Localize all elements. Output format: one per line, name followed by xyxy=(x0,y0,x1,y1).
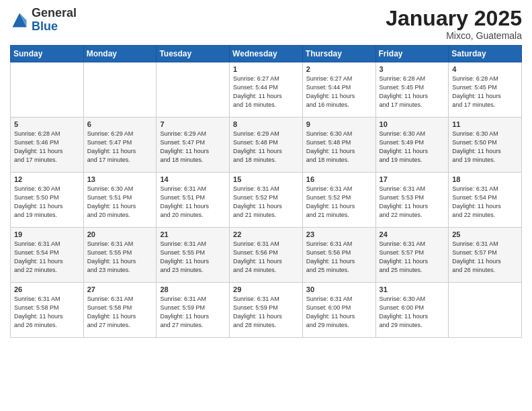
calendar-cell: 14Sunrise: 6:31 AM Sunset: 5:51 PM Dayli… xyxy=(157,173,230,228)
day-number: 23 xyxy=(306,230,372,238)
day-number: 14 xyxy=(160,175,226,183)
calendar-cell xyxy=(11,62,84,118)
day-number: 28 xyxy=(160,285,226,293)
calendar-cell: 13Sunrise: 6:30 AM Sunset: 5:51 PM Dayli… xyxy=(83,173,157,228)
calendar-week-row: 19Sunrise: 6:31 AM Sunset: 5:54 PM Dayli… xyxy=(11,228,522,283)
day-info: Sunrise: 6:31 AM Sunset: 5:58 PM Dayligh… xyxy=(14,295,80,330)
calendar-cell: 28Sunrise: 6:31 AM Sunset: 5:59 PM Dayli… xyxy=(157,283,230,338)
calendar-cell: 30Sunrise: 6:31 AM Sunset: 6:00 PM Dayli… xyxy=(302,283,375,338)
calendar-week-row: 1Sunrise: 6:27 AM Sunset: 5:44 PM Daylig… xyxy=(11,62,522,118)
day-info: Sunrise: 6:28 AM Sunset: 5:45 PM Dayligh… xyxy=(380,75,445,109)
day-info: Sunrise: 6:30 AM Sunset: 5:50 PM Dayligh… xyxy=(14,185,80,220)
calendar-cell: 27Sunrise: 6:31 AM Sunset: 5:58 PM Dayli… xyxy=(83,283,157,338)
day-number: 17 xyxy=(380,175,445,183)
day-info: Sunrise: 6:31 AM Sunset: 5:58 PM Dayligh… xyxy=(87,295,153,330)
calendar-cell: 18Sunrise: 6:31 AM Sunset: 5:54 PM Dayli… xyxy=(449,173,522,228)
calendar-cell: 20Sunrise: 6:31 AM Sunset: 5:55 PM Dayli… xyxy=(83,228,157,283)
day-info: Sunrise: 6:29 AM Sunset: 5:47 PM Dayligh… xyxy=(87,130,153,165)
location: Mixco, Guatemala xyxy=(386,30,522,41)
weekday-header: Monday xyxy=(83,46,157,62)
day-info: Sunrise: 6:28 AM Sunset: 5:46 PM Dayligh… xyxy=(14,130,80,165)
day-info: Sunrise: 6:31 AM Sunset: 5:57 PM Dayligh… xyxy=(452,240,518,275)
day-number: 16 xyxy=(306,175,372,183)
day-info: Sunrise: 6:31 AM Sunset: 6:00 PM Dayligh… xyxy=(306,295,372,330)
day-info: Sunrise: 6:31 AM Sunset: 5:56 PM Dayligh… xyxy=(306,240,372,275)
calendar-cell: 31Sunrise: 6:30 AM Sunset: 6:00 PM Dayli… xyxy=(375,283,449,338)
day-number: 8 xyxy=(233,120,299,128)
day-number: 7 xyxy=(160,120,226,128)
day-number: 24 xyxy=(380,230,445,238)
calendar-cell: 29Sunrise: 6:31 AM Sunset: 5:59 PM Dayli… xyxy=(230,283,303,338)
weekday-header: Thursday xyxy=(302,46,375,62)
day-number: 10 xyxy=(380,120,445,128)
day-info: Sunrise: 6:30 AM Sunset: 5:51 PM Dayligh… xyxy=(87,185,153,220)
day-number: 21 xyxy=(160,230,226,238)
calendar-cell: 1Sunrise: 6:27 AM Sunset: 5:44 PM Daylig… xyxy=(230,62,303,118)
calendar-week-row: 26Sunrise: 6:31 AM Sunset: 5:58 PM Dayli… xyxy=(11,283,522,338)
calendar-cell xyxy=(83,62,157,118)
day-info: Sunrise: 6:30 AM Sunset: 6:00 PM Dayligh… xyxy=(380,295,445,330)
day-info: Sunrise: 6:31 AM Sunset: 5:51 PM Dayligh… xyxy=(160,185,226,220)
calendar-cell: 6Sunrise: 6:29 AM Sunset: 5:47 PM Daylig… xyxy=(83,118,157,173)
day-info: Sunrise: 6:30 AM Sunset: 5:49 PM Dayligh… xyxy=(380,130,445,165)
day-info: Sunrise: 6:27 AM Sunset: 5:44 PM Dayligh… xyxy=(233,75,299,109)
day-number: 13 xyxy=(87,175,153,183)
calendar-cell: 5Sunrise: 6:28 AM Sunset: 5:46 PM Daylig… xyxy=(11,118,84,173)
day-number: 2 xyxy=(306,65,372,73)
day-number: 15 xyxy=(233,175,299,183)
calendar: SundayMondayTuesdayWednesdayThursdayFrid… xyxy=(10,45,522,338)
day-number: 12 xyxy=(14,175,80,183)
calendar-cell: 16Sunrise: 6:31 AM Sunset: 5:52 PM Dayli… xyxy=(302,173,375,228)
calendar-cell: 19Sunrise: 6:31 AM Sunset: 5:54 PM Dayli… xyxy=(11,228,84,283)
weekday-header: Saturday xyxy=(449,46,522,62)
logo-icon xyxy=(10,11,29,30)
day-number: 3 xyxy=(380,65,445,73)
calendar-cell: 3Sunrise: 6:28 AM Sunset: 5:45 PM Daylig… xyxy=(375,62,449,118)
day-info: Sunrise: 6:30 AM Sunset: 5:48 PM Dayligh… xyxy=(306,130,372,165)
calendar-cell xyxy=(157,62,230,118)
day-info: Sunrise: 6:29 AM Sunset: 5:48 PM Dayligh… xyxy=(233,130,299,165)
calendar-cell: 25Sunrise: 6:31 AM Sunset: 5:57 PM Dayli… xyxy=(449,228,522,283)
day-info: Sunrise: 6:30 AM Sunset: 5:50 PM Dayligh… xyxy=(452,130,518,165)
day-number: 19 xyxy=(14,230,80,238)
day-number: 30 xyxy=(306,285,372,293)
title-block: January 2025 Mixco, Guatemala xyxy=(386,7,522,41)
day-number: 1 xyxy=(233,65,299,73)
day-info: Sunrise: 6:28 AM Sunset: 5:45 PM Dayligh… xyxy=(452,75,518,109)
month-title: January 2025 xyxy=(386,7,522,30)
day-info: Sunrise: 6:31 AM Sunset: 5:52 PM Dayligh… xyxy=(306,185,372,220)
day-info: Sunrise: 6:31 AM Sunset: 5:54 PM Dayligh… xyxy=(452,185,518,220)
day-info: Sunrise: 6:31 AM Sunset: 5:55 PM Dayligh… xyxy=(160,240,226,275)
calendar-cell: 2Sunrise: 6:27 AM Sunset: 5:44 PM Daylig… xyxy=(302,62,375,118)
page: General Blue January 2025 Mixco, Guatema… xyxy=(0,0,532,411)
day-number: 11 xyxy=(452,120,518,128)
calendar-cell: 23Sunrise: 6:31 AM Sunset: 5:56 PM Dayli… xyxy=(302,228,375,283)
day-number: 9 xyxy=(306,120,372,128)
calendar-cell: 7Sunrise: 6:29 AM Sunset: 5:47 PM Daylig… xyxy=(157,118,230,173)
day-info: Sunrise: 6:31 AM Sunset: 5:54 PM Dayligh… xyxy=(14,240,80,275)
calendar-cell: 15Sunrise: 6:31 AM Sunset: 5:52 PM Dayli… xyxy=(230,173,303,228)
logo-text: General Blue xyxy=(32,7,77,34)
day-number: 25 xyxy=(452,230,518,238)
calendar-cell: 10Sunrise: 6:30 AM Sunset: 5:49 PM Dayli… xyxy=(375,118,449,173)
day-info: Sunrise: 6:31 AM Sunset: 5:55 PM Dayligh… xyxy=(87,240,153,275)
weekday-header: Friday xyxy=(375,46,449,62)
calendar-cell: 22Sunrise: 6:31 AM Sunset: 5:56 PM Dayli… xyxy=(230,228,303,283)
day-number: 31 xyxy=(380,285,445,293)
day-number: 22 xyxy=(233,230,299,238)
calendar-cell: 8Sunrise: 6:29 AM Sunset: 5:48 PM Daylig… xyxy=(230,118,303,173)
day-number: 27 xyxy=(87,285,153,293)
day-info: Sunrise: 6:31 AM Sunset: 5:59 PM Dayligh… xyxy=(233,295,299,330)
day-info: Sunrise: 6:29 AM Sunset: 5:47 PM Dayligh… xyxy=(160,130,226,165)
weekday-header-row: SundayMondayTuesdayWednesdayThursdayFrid… xyxy=(11,46,522,62)
weekday-header: Wednesday xyxy=(230,46,303,62)
logo-general: General xyxy=(32,6,77,19)
day-number: 29 xyxy=(233,285,299,293)
day-number: 18 xyxy=(452,175,518,183)
calendar-cell: 24Sunrise: 6:31 AM Sunset: 5:57 PM Dayli… xyxy=(375,228,449,283)
weekday-header: Sunday xyxy=(11,46,84,62)
day-info: Sunrise: 6:31 AM Sunset: 5:56 PM Dayligh… xyxy=(233,240,299,275)
calendar-cell xyxy=(449,283,522,338)
calendar-cell: 26Sunrise: 6:31 AM Sunset: 5:58 PM Dayli… xyxy=(11,283,84,338)
day-info: Sunrise: 6:31 AM Sunset: 5:53 PM Dayligh… xyxy=(380,185,445,220)
